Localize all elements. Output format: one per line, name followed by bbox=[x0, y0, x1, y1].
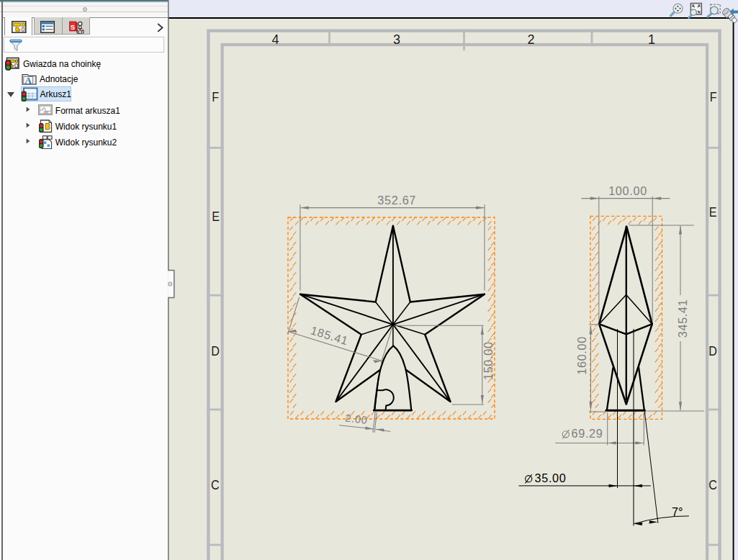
svg-text:S: S bbox=[71, 22, 75, 30]
svg-text:D: D bbox=[211, 343, 220, 359]
svg-text:D: D bbox=[708, 343, 717, 359]
svg-text:4: 4 bbox=[271, 31, 279, 47]
svg-text:F: F bbox=[710, 89, 717, 105]
svg-text:1: 1 bbox=[648, 31, 655, 47]
svg-text:100.00: 100.00 bbox=[608, 184, 647, 197]
svg-text:C: C bbox=[708, 477, 717, 493]
svg-text:69.29: 69.29 bbox=[571, 427, 603, 440]
svg-text:7°: 7° bbox=[672, 505, 683, 518]
svg-text:150.00: 150.00 bbox=[482, 341, 495, 380]
svg-text:F: F bbox=[212, 89, 219, 105]
svg-text:160.00: 160.00 bbox=[575, 336, 588, 375]
svg-text:A: A bbox=[24, 75, 32, 85]
svg-text:3: 3 bbox=[393, 31, 400, 47]
svg-text:E: E bbox=[212, 209, 220, 225]
svg-text:C: C bbox=[211, 477, 220, 493]
svg-text:E: E bbox=[709, 204, 717, 220]
svg-text:2: 2 bbox=[527, 31, 534, 47]
svg-text:352.67: 352.67 bbox=[377, 194, 416, 207]
svg-text:345.41: 345.41 bbox=[676, 299, 689, 338]
svg-text:35.00: 35.00 bbox=[534, 471, 566, 484]
